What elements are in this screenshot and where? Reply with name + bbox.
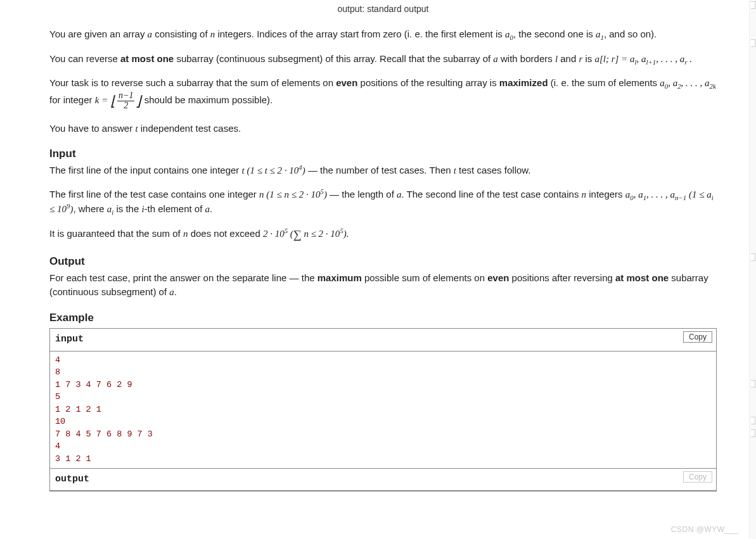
output-paragraph: For each test case, print the answer on … xyxy=(49,271,717,300)
text-bold: at most one xyxy=(615,272,669,283)
text: You are given an array xyxy=(49,29,148,39)
text: is the xyxy=(113,203,141,214)
output-heading: Output xyxy=(49,253,717,270)
text: test cases follow. xyxy=(456,165,531,175)
example-block: input Copy 4 8 1 7 3 4 7 6 2 9 5 1 2 1 2… xyxy=(49,328,717,491)
math-even-seq: a0, a2, . . . , a2k xyxy=(660,78,716,88)
copy-button[interactable]: Copy xyxy=(683,331,712,343)
problem-statement: output: standard output You are given an… xyxy=(0,0,756,498)
input-paragraph-3: It is guaranteed that the sum of n does … xyxy=(49,226,717,243)
rail-tick xyxy=(751,253,755,261)
text: (i. e. the sum of elements xyxy=(548,77,660,88)
text-bold: even xyxy=(487,272,509,283)
text: The first line of the test case contains… xyxy=(49,189,259,200)
rail-tick xyxy=(751,380,755,388)
math-n: n xyxy=(259,189,264,200)
math-a: a xyxy=(169,287,174,297)
paragraph-reverse: You can reverse at most one subarray (co… xyxy=(49,52,717,67)
text-bold: maximized xyxy=(499,77,548,88)
example-output-label: output xyxy=(55,474,89,485)
math-a0: a0 xyxy=(505,29,513,39)
text: It is guaranteed that the sum of xyxy=(49,228,183,239)
input-paragraph-2: The first line of the test case contains… xyxy=(49,187,717,216)
text: — the number of test cases. Then xyxy=(305,165,454,175)
paragraph-intro: You are given an array a consisting of n… xyxy=(49,27,717,42)
math-a: a xyxy=(493,54,498,64)
text-bold: maximum xyxy=(317,272,362,283)
text: integers. Indices of the array start fro… xyxy=(215,29,505,39)
input-heading: Input xyxy=(49,146,717,162)
rail-tick xyxy=(751,1,755,9)
math-a: a xyxy=(205,204,210,214)
rail-tick xyxy=(751,39,755,47)
text: . xyxy=(174,286,177,297)
rail-tick xyxy=(751,429,755,437)
text: , the second one is xyxy=(513,29,596,39)
text: positions of the resulting array is xyxy=(357,77,499,88)
text: and xyxy=(558,53,579,64)
text: -th element of xyxy=(144,203,205,214)
text-bold: at most one xyxy=(120,53,174,64)
paragraph-task: Your task is to reverse such a subarray … xyxy=(49,76,717,111)
text: possible sum of elements on xyxy=(362,272,487,283)
text: for integer xyxy=(49,94,95,105)
text: independent test cases. xyxy=(138,123,241,134)
text: does not exceed xyxy=(188,228,262,239)
math-a: a xyxy=(148,29,153,39)
paragraph-tcases: You have to answer t independent test ca… xyxy=(49,122,717,136)
example-input-body: 4 8 1 7 3 4 7 6 2 9 5 1 2 1 2 1 10 7 8 4… xyxy=(50,352,716,468)
text: , and so on). xyxy=(604,29,657,39)
math-sum-lim: 2 · 105 xyxy=(263,229,288,239)
math-k-expr: k = ⌊n−12⌋ xyxy=(95,95,142,105)
text: . The second line of the test case conta… xyxy=(401,189,581,200)
example-output-header: output Copy xyxy=(50,468,716,491)
text: You can reverse xyxy=(49,53,120,64)
math-n-bound: (1 ≤ n ≤ 2 · 105) xyxy=(264,189,327,200)
text: should be maximum possible). xyxy=(141,94,272,105)
text: , where xyxy=(73,203,106,214)
text: Your task is to reverse such a subarray … xyxy=(49,77,336,88)
output-spec-line: output: standard output xyxy=(49,3,717,16)
page: output: standard output You are given an… xyxy=(0,0,756,539)
copy-button[interactable]: Copy xyxy=(683,471,712,483)
example-heading: Example xyxy=(49,310,717,326)
input-paragraph-1: The first line of the input contains one… xyxy=(49,163,717,178)
math-ai: ai xyxy=(107,204,114,214)
math-n: n xyxy=(582,189,587,200)
text: You have to answer xyxy=(49,123,135,134)
rail-tick xyxy=(751,417,755,424)
watermark: CSDN @WYW___ xyxy=(671,524,738,535)
text: positions after reversing xyxy=(509,272,615,283)
example-input-label: input xyxy=(55,334,84,345)
math-t-bound: (1 ≤ t ≤ 2 · 104) xyxy=(245,165,305,175)
text: consisting of xyxy=(152,29,210,39)
math-a1: a1 xyxy=(596,29,604,39)
text: integers xyxy=(586,189,625,200)
text-bold: even xyxy=(336,77,357,88)
math-sum-paren: (∑ n ≤ 2 · 105). xyxy=(288,229,349,239)
math-subarray-expr: a[l; r] = al, al+1, . . . , ar . xyxy=(594,54,691,64)
right-rail xyxy=(749,0,756,539)
math-a-seq: a0, a1, . . . , an−1 xyxy=(625,189,686,200)
text: — the length of xyxy=(327,189,397,200)
text: is xyxy=(582,53,594,64)
text: . xyxy=(210,203,212,214)
text: subarray (continuous subsegment) of this… xyxy=(174,53,493,64)
example-input-header: input Copy xyxy=(50,329,716,352)
text: The first line of the input contains one… xyxy=(49,165,242,175)
text: For each test case, print the answer on … xyxy=(49,272,317,283)
text: with borders xyxy=(498,53,555,64)
